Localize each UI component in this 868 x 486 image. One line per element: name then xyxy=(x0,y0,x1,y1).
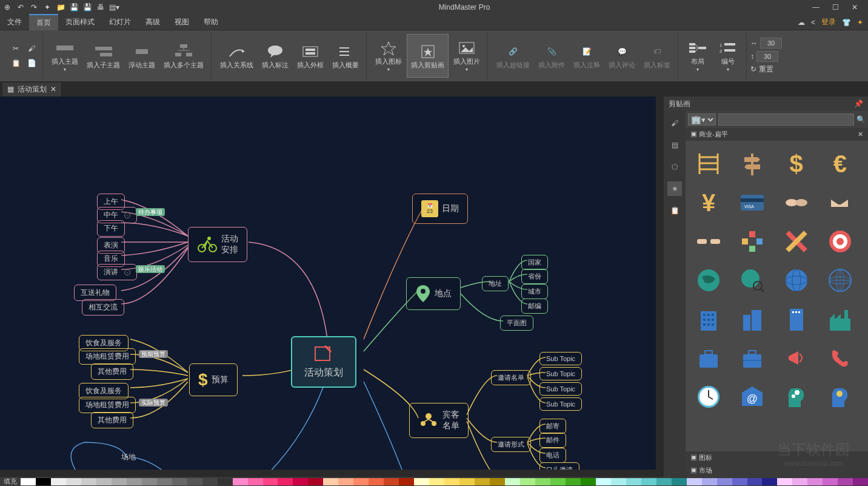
tab-clipart-icon[interactable]: ★ xyxy=(667,181,682,196)
summary-button[interactable]: 插入概要 xyxy=(329,34,362,78)
clipart-target[interactable] xyxy=(823,224,857,258)
multi-topic-button[interactable]: 插入多个主题 xyxy=(160,34,207,78)
tab-task-icon[interactable]: 📋 xyxy=(667,203,682,218)
clipart-megaphone[interactable] xyxy=(780,341,813,375)
attachment-button[interactable]: 📎插入附件 xyxy=(535,34,569,78)
color-swatch[interactable] xyxy=(384,478,399,485)
clipart-cross[interactable] xyxy=(780,224,813,258)
menu-view[interactable]: 视图 xyxy=(167,15,196,30)
clipart-head-gears[interactable] xyxy=(780,380,813,414)
tab-brush-icon[interactable]: 🖌 xyxy=(667,116,682,130)
pin-icon[interactable]: 📌 xyxy=(854,100,863,108)
color-swatch[interactable] xyxy=(459,478,475,485)
node[interactable]: 电话 xyxy=(539,448,566,463)
node-location[interactable]: 地点 xyxy=(406,277,461,310)
new-icon[interactable]: ✦ xyxy=(42,2,52,12)
color-swatch[interactable] xyxy=(96,478,112,485)
hyperlink-button[interactable]: 🔗插入超链接 xyxy=(493,34,533,78)
clipart-handshake[interactable] xyxy=(780,186,813,220)
tshirt-icon[interactable]: 👕 xyxy=(842,18,851,27)
color-swatch[interactable] xyxy=(399,478,414,485)
color-swatch[interactable] xyxy=(21,478,36,485)
color-swatch[interactable] xyxy=(187,478,202,485)
node[interactable]: 相互交流 xyxy=(82,299,124,316)
clipart-phone[interactable] xyxy=(823,341,857,375)
color-swatch[interactable] xyxy=(127,478,142,485)
node[interactable]: 邀请形式 xyxy=(491,437,531,452)
color-swatch[interactable] xyxy=(762,478,777,485)
node[interactable]: 下午 xyxy=(97,220,125,237)
node[interactable]: 国家 xyxy=(521,255,548,270)
node[interactable]: Sub Topic xyxy=(539,367,582,380)
color-swatch[interactable] xyxy=(353,478,369,485)
color-swatch[interactable] xyxy=(656,478,672,485)
cut-icon[interactable]: ✂ xyxy=(8,42,23,55)
color-swatch[interactable] xyxy=(66,478,81,485)
layout-button[interactable]: 布局▾ xyxy=(683,34,712,78)
color-swatch[interactable] xyxy=(838,478,853,485)
export-icon[interactable]: ▤▾ xyxy=(109,2,119,12)
insert-icon-button[interactable]: 插入图标▾ xyxy=(372,34,406,78)
color-swatch[interactable] xyxy=(308,478,323,485)
clipart-hands[interactable] xyxy=(692,224,726,258)
clipart-factory[interactable] xyxy=(823,302,857,336)
insert-subtopic-button[interactable]: 插入子主题 xyxy=(83,34,124,78)
node[interactable]: 互送礼物 xyxy=(74,285,116,301)
node[interactable]: Sub Topic xyxy=(539,352,582,365)
cloud-icon[interactable]: ☁ xyxy=(798,18,805,27)
color-swatch[interactable] xyxy=(293,478,308,485)
mindmap-canvas[interactable]: 活动策划 📅23 日期 活动 安排 上午 中午- 待办事项 下午 表演 音乐 演… xyxy=(0,96,663,477)
color-swatch[interactable] xyxy=(672,478,687,485)
tag-button[interactable]: 🏷插入标签 xyxy=(640,34,674,78)
close-button[interactable]: ✕ xyxy=(849,2,861,12)
central-node[interactable]: 活动策划 xyxy=(291,336,356,388)
clipart-search-input[interactable] xyxy=(718,113,854,126)
clipart-briefcase1[interactable] xyxy=(692,341,726,375)
node[interactable]: 演讲- xyxy=(97,264,137,280)
color-swatch[interactable] xyxy=(732,478,747,485)
color-swatch[interactable] xyxy=(807,478,823,485)
section-market[interactable]: ▣ 市场 xyxy=(686,464,868,477)
clipart-building3[interactable] xyxy=(780,302,813,336)
boundary-button[interactable]: 插入外框 xyxy=(293,34,327,78)
color-swatch[interactable] xyxy=(36,478,51,485)
paste-icon[interactable]: 📄 xyxy=(24,56,39,70)
node[interactable]: 邀请名单 xyxy=(491,370,531,385)
color-swatch[interactable] xyxy=(505,478,520,485)
save-icon[interactable]: 💾 xyxy=(69,2,79,12)
tab-outline-icon[interactable]: ▤ xyxy=(667,138,682,152)
color-swatch[interactable] xyxy=(566,478,581,485)
clipart-globe-search[interactable] xyxy=(735,263,769,297)
node[interactable]: 其他费用 xyxy=(91,412,133,428)
menu-home[interactable]: 首页 xyxy=(29,14,58,30)
color-swatch[interactable] xyxy=(475,478,490,485)
clipart-category-select[interactable]: 🏢▾ xyxy=(688,113,716,126)
numbering-button[interactable]: 12编号▾ xyxy=(713,34,743,78)
clipart-abacus[interactable] xyxy=(692,147,726,181)
node[interactable]: Sub Topic xyxy=(539,382,582,396)
color-swatch[interactable] xyxy=(157,478,172,485)
app-icon[interactable]: ⊕ xyxy=(2,2,12,12)
color-swatch[interactable] xyxy=(777,478,792,485)
menu-help[interactable]: 帮助 xyxy=(196,15,225,30)
color-swatch[interactable] xyxy=(414,478,429,485)
puzzle-icon[interactable]: ✦ xyxy=(857,18,863,27)
clipart-briefcase2[interactable] xyxy=(735,341,769,375)
node[interactable]: 场地租赁费用 xyxy=(79,348,136,365)
color-swatch[interactable] xyxy=(747,478,763,485)
node-date[interactable]: 📅23 日期 xyxy=(412,194,468,224)
color-swatch[interactable] xyxy=(687,478,702,485)
color-swatch[interactable] xyxy=(142,478,157,485)
copy-icon[interactable]: 📋 xyxy=(8,56,23,70)
clipart-email[interactable]: @ xyxy=(735,380,769,414)
open-icon[interactable]: 📁 xyxy=(56,2,65,12)
node-venue[interactable]: 场地 xyxy=(121,452,136,462)
floating-topic-button[interactable]: 浮动主题 xyxy=(125,34,159,78)
color-swatch[interactable] xyxy=(233,478,248,485)
color-swatch[interactable] xyxy=(792,478,807,485)
callout-button[interactable]: 插入标注 xyxy=(258,34,292,78)
clipart-handshake2[interactable] xyxy=(823,186,857,220)
tab-close-icon[interactable]: ✕ xyxy=(50,85,56,93)
color-swatch[interactable] xyxy=(611,478,626,485)
insert-image-button[interactable]: 插入图片▾ xyxy=(450,34,484,78)
